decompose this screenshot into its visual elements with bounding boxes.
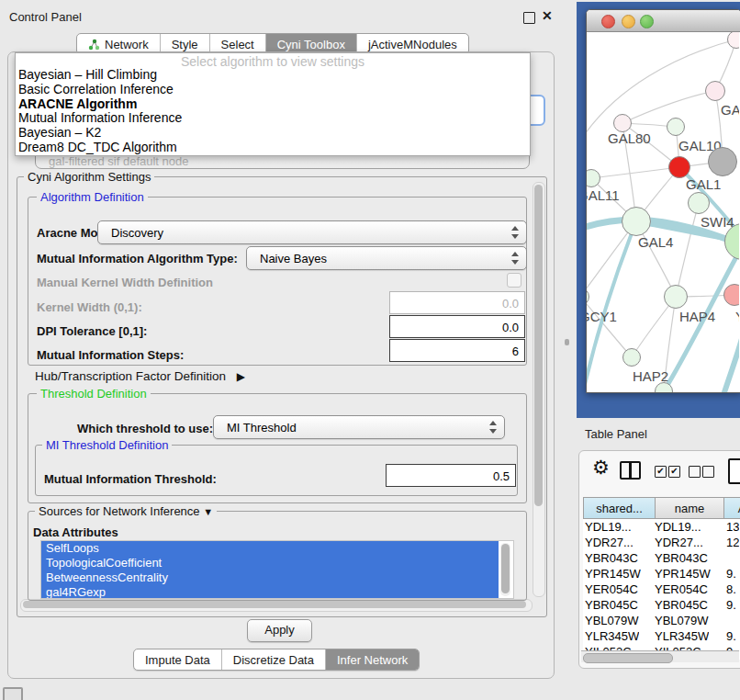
node-label: GCY1 — [587, 309, 617, 324]
network-node-y[interactable] — [723, 284, 739, 306]
settings-horizontal-scrollbar[interactable] — [20, 599, 533, 612]
table-cell: YBR043C — [655, 551, 708, 565]
splitter-handle[interactable] — [565, 339, 569, 345]
table-cell: YPR145W — [585, 567, 641, 581]
file-icon[interactable] — [728, 458, 740, 484]
network-node-swi4[interactable] — [688, 192, 710, 214]
settings-vertical-scrollbar-thumb[interactable] — [534, 185, 543, 506]
network-node-gal[interactable] — [705, 81, 725, 101]
algorithm-option[interactable]: Mutual Information Inference — [16, 111, 530, 126]
table-row[interactable]: YBR045CYBR045C9. — [583, 597, 740, 613]
table-cell: 9. — [726, 598, 736, 612]
node-label: GAL4 — [638, 234, 673, 250]
attribute-item[interactable]: TopologicalCoefficient — [41, 556, 499, 570]
network-node-gal1[interactable] — [668, 156, 690, 178]
table-row[interactable]: YDL19...YDL19...13 — [583, 519, 740, 535]
attribute-item[interactable]: BetweennessCentrality — [41, 570, 499, 585]
table-row[interactable]: YER054CYER054C8. — [583, 581, 740, 597]
network-node[interactable] — [708, 147, 737, 176]
sources-group-title[interactable]: Sources for Network Inference ▼ — [35, 504, 217, 518]
tab-discretize-data[interactable]: Discretize Data — [221, 649, 325, 670]
cyni-mode-tabs: Impute DataDiscretize DataInfer Network — [133, 649, 420, 671]
network-canvas[interactable]: GALGAL80GAL10GAL1GAL11SWI4GAL4GCY1HAP4YH… — [587, 32, 739, 392]
tab-impute-data[interactable]: Impute Data — [134, 649, 221, 670]
network-node-hap2[interactable] — [622, 348, 641, 367]
minimize-traffic-icon[interactable] — [622, 15, 635, 28]
aracne-mode-select[interactable]: Discovery — [97, 220, 527, 244]
table-row[interactable]: YBR043CYBR043C — [583, 550, 740, 566]
node-label: GAL80 — [608, 130, 651, 146]
kernel-width-field[interactable]: 0.0 — [389, 291, 525, 314]
algorithm-option[interactable]: Bayesian – K2 — [16, 126, 530, 141]
attribute-item[interactable]: SelfLoops — [41, 541, 499, 556]
attributes-list-scrollbar[interactable] — [500, 543, 510, 596]
apply-button[interactable]: Apply — [247, 619, 312, 642]
split-columns-icon[interactable] — [620, 461, 641, 480]
stepper-arrows-icon — [511, 251, 520, 265]
table-body: YDL19...YDL19...13YDR27...YDR27...12YBR0… — [583, 519, 740, 660]
table-row[interactable]: YLR345WYLR345W9. — [583, 628, 740, 644]
table-row[interactable]: YDR27...YDR27...12 — [583, 535, 740, 550]
unchecked-columns-icon[interactable] — [702, 466, 714, 478]
network-node-gal10[interactable] — [667, 118, 685, 136]
which-threshold-select[interactable]: MI Threshold — [213, 415, 505, 439]
mi-threshold-field[interactable]: 0.5 — [386, 464, 516, 487]
data-attributes-label: Data Attributes — [33, 525, 118, 539]
mi-threshold-label: Mutual Information Threshold: — [44, 472, 217, 486]
algorithm-option[interactable]: ARACNE Algorithm — [16, 97, 530, 112]
table-cell: YDL19... — [655, 520, 701, 534]
attribute-item[interactable]: gal4RGexp — [41, 585, 499, 599]
network-window[interactable]: GALGAL80GAL10GAL1GAL11SWI4GAL4GCY1HAP4YH… — [586, 9, 740, 393]
manual-kernel-width-checkbox[interactable] — [507, 273, 521, 288]
close-icon[interactable]: ✕ — [542, 8, 553, 23]
tab-label: Network — [105, 38, 149, 51]
algorithm-option[interactable]: Bayesian – Hill Climbing — [16, 68, 530, 83]
gear-icon[interactable]: ⚙ — [592, 457, 610, 479]
table-cell: YPR145W — [655, 567, 711, 581]
column-header-shared-name[interactable]: shared... — [583, 497, 656, 519]
tab-infer-network[interactable]: Infer Network — [325, 649, 419, 670]
checked-columns-icon[interactable]: ✔ — [668, 466, 680, 478]
data-attributes-list[interactable]: SelfLoopsTopologicalCoefficientBetweenne… — [40, 540, 514, 599]
network-node-gal4[interactable] — [622, 207, 651, 236]
network-icon — [88, 39, 100, 51]
checked-columns-icon[interactable]: ✔ — [655, 466, 667, 478]
unchecked-columns-icon[interactable] — [689, 466, 701, 478]
mi-algorithm-type-select[interactable]: Naive Bayes — [246, 246, 527, 270]
table-cell: YER054C — [655, 582, 708, 596]
network-window-titlebar[interactable] — [587, 10, 740, 32]
table-horizontal-scrollbar-thumb[interactable] — [583, 653, 673, 663]
window-grip[interactable] — [3, 687, 23, 700]
table-row[interactable]: YPR145WYPR145W9. — [583, 566, 740, 581]
network-node-hap4[interactable] — [664, 285, 688, 309]
column-header-partial[interactable]: A — [723, 497, 740, 519]
dpi-tolerance-field[interactable]: 0.0 — [389, 315, 525, 338]
column-header-name[interactable]: name — [655, 497, 724, 519]
stepper-arrows-icon — [489, 420, 498, 435]
table-horizontal-scrollbar[interactable] — [581, 650, 739, 662]
kernel-width-label: Kernel Width (0,1): — [37, 300, 142, 314]
network-node-gal80[interactable] — [613, 114, 632, 132]
stepper-arrows-icon — [511, 225, 520, 240]
node-label: GAL1 — [686, 176, 721, 192]
mi-steps-field[interactable]: 6 — [389, 339, 525, 362]
panel-title: Control Panel — [9, 10, 82, 24]
table-cell: YLR345W — [655, 629, 709, 643]
algorithm-option[interactable]: Basic Correlation Inference — [16, 83, 530, 97]
settings-horizontal-scrollbar-thumb[interactable] — [23, 601, 526, 608]
algorithm-option[interactable]: Dream8 DC_TDC Algorithm — [16, 141, 530, 155]
table-cell: 13 — [726, 520, 739, 534]
aracne-mode-value: Discovery — [111, 226, 163, 240]
attributes-list-scrollbar-thumb[interactable] — [501, 544, 510, 593]
table-cell: YLR345W — [585, 629, 639, 643]
mi-steps-label: Mutual Information Steps: — [37, 348, 184, 362]
zoom-traffic-icon[interactable] — [640, 15, 654, 28]
table-cell: YDL19... — [585, 520, 632, 534]
settings-vertical-scrollbar[interactable] — [533, 182, 545, 597]
tab-label: Style — [172, 38, 198, 51]
float-window-icon[interactable] — [523, 12, 535, 24]
table-row[interactable]: YBL079WYBL079W — [583, 613, 740, 628]
close-traffic-icon[interactable] — [601, 15, 615, 28]
table-cell: 8. — [726, 582, 736, 596]
hub-definition-expander[interactable]: Hub/Transcription Factor Definition ▶ — [35, 369, 245, 383]
